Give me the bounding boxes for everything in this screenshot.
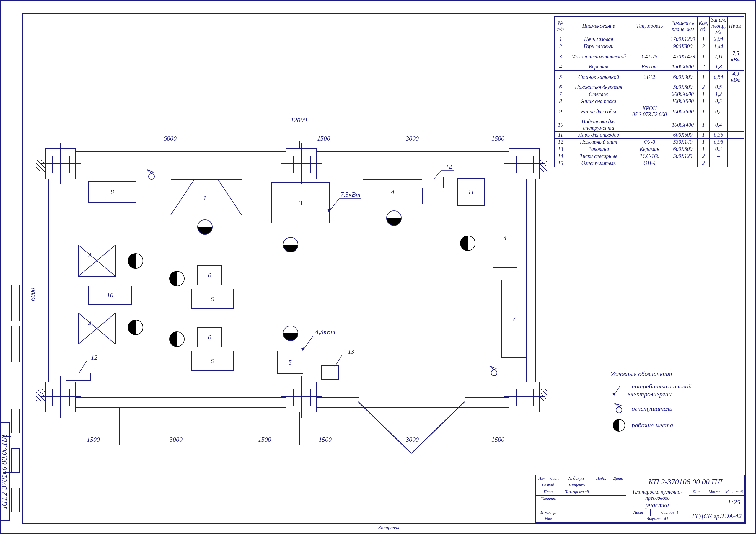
workstation-icon	[169, 271, 185, 286]
svg-line-8	[97, 261, 116, 276]
legend-item-3: - рабочие места	[628, 421, 673, 429]
specification-table: № п/пНаименованиеТип, модельРазмеры в пл…	[554, 16, 744, 167]
svg-line-12	[78, 329, 97, 344]
svg-point-14	[148, 174, 154, 179]
dim-bot-1: 1500	[87, 436, 100, 443]
leader-line	[327, 197, 363, 215]
org: ГГДСК гр.ТЭА-42	[689, 509, 745, 523]
dim-bot-2: 3000	[170, 436, 182, 443]
svg-line-5	[78, 245, 97, 261]
svg-line-1	[411, 402, 465, 453]
door-swing	[357, 397, 466, 456]
eq-2a	[78, 244, 116, 277]
extinguisher-symbol-icon	[611, 403, 626, 414]
workstation-icon	[460, 236, 475, 251]
eq-9b: 9	[191, 351, 234, 371]
workstation-icon	[197, 219, 213, 235]
legend-item-2: - огнетушитель	[628, 405, 672, 413]
workstation-icon	[283, 326, 298, 341]
eq-7: 7	[501, 280, 526, 358]
svg-point-16	[616, 407, 622, 413]
legend-title: Условные обозначения	[610, 370, 737, 378]
dim-top-1: 6000	[164, 135, 176, 142]
eq-2b	[78, 312, 116, 345]
power-3: 7,5кВт	[340, 191, 360, 199]
eq-1-label: 1	[203, 194, 206, 202]
extinguisher-icon	[144, 169, 159, 181]
workstation-icon	[386, 210, 402, 226]
dim-top-3: 3000	[406, 135, 419, 142]
eq-10: 10	[88, 286, 132, 305]
svg-line-11	[97, 313, 116, 329]
dim-line-v	[35, 162, 36, 404]
column	[45, 148, 76, 179]
column	[45, 382, 76, 413]
power-5: 4,3кВт	[315, 328, 335, 335]
workstation-icon	[128, 253, 143, 269]
workstation-icon	[128, 320, 143, 335]
column	[509, 148, 540, 179]
eq-6b: 6	[197, 327, 222, 347]
dim-overall-w: 12000	[291, 116, 307, 124]
legend: Условные обозначения - потребитель силов…	[610, 370, 737, 436]
binding-field-2	[3, 326, 20, 364]
eq-11: 11	[457, 178, 485, 206]
workstation-icon	[169, 332, 185, 347]
workstation-icon	[283, 237, 298, 253]
dim-bot-3: 1500	[258, 436, 271, 443]
svg-line-6	[97, 245, 116, 261]
eq-4b: 4	[493, 207, 517, 268]
svg-line-10	[78, 313, 97, 329]
dim-top-4: 1500	[491, 135, 504, 142]
column	[286, 382, 316, 413]
floor-plan: 8 1 3 4 11 4 7 2 2 10 6 9	[48, 152, 535, 408]
leader-line	[301, 334, 334, 352]
eq-6a: 6	[197, 265, 222, 285]
dim-bot-6: 1500	[491, 436, 504, 443]
workstation-symbol-icon	[613, 419, 625, 432]
column	[286, 148, 316, 179]
eq-4a: 4	[363, 179, 423, 204]
column	[509, 382, 540, 413]
svg-line-7	[78, 261, 97, 276]
dim-top-2: 1500	[317, 135, 330, 142]
power-symbol-icon	[611, 384, 626, 397]
eq-3: 3	[271, 182, 330, 224]
dim-overall-h: 6000	[29, 288, 37, 301]
dim-line	[59, 444, 543, 444]
svg-point-15	[491, 370, 497, 376]
drawing-sheet: КП.2-370106.00.00.ПЛ 12000 6000 1500 300…	[0, 0, 756, 534]
svg-line-13	[97, 329, 116, 344]
dim-bot-4: 1500	[319, 436, 332, 443]
kopiroval-label: Копировал	[378, 525, 399, 530]
dim-line	[59, 125, 543, 126]
title-code: КП.2-370106.00.00.ПЛ	[626, 475, 745, 489]
legend-item-1: - потребитель силовой электроэнергии	[628, 383, 737, 398]
eq-8: 8	[88, 181, 136, 203]
eq-5: 5	[277, 351, 303, 374]
binding-field-1	[3, 284, 20, 323]
scale: 1:25	[723, 495, 745, 509]
binding-field-3	[3, 397, 20, 516]
title-block: Изм Лист № докум. Подп. Дата КП.2-370106…	[535, 475, 745, 523]
eq-9a: 9	[191, 289, 234, 309]
svg-line-0	[358, 402, 411, 453]
extinguisher-icon	[487, 365, 501, 377]
